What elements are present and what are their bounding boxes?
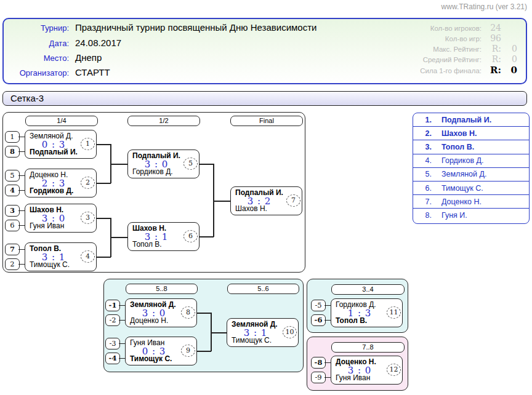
info-row-date: Дата: 24.08.2017 — [10, 38, 121, 48]
stat-final-strength: Сила 1-го финала: R: 0 — [420, 65, 517, 75]
tournament-place: Днепр — [75, 52, 102, 63]
stat-label: Макс. Рейтинг: — [433, 46, 482, 53]
standings-position: 5. — [413, 170, 432, 178]
player-name: Тимощук С. — [30, 261, 70, 269]
round-header-7-8: 7..8 — [331, 342, 405, 353]
field-label: Дата: — [10, 39, 69, 48]
bracket-connector — [197, 313, 211, 314]
stat-avg-rating: Средний Рейтинг: R: 0 — [420, 54, 517, 65]
stat-value: 24 — [482, 23, 501, 33]
standings-position: 1. — [413, 116, 432, 124]
standings-position: 7. — [413, 198, 432, 206]
match-number-badge: 3 — [81, 212, 95, 224]
standings-player-link[interactable]: Топол В. — [441, 143, 474, 151]
tournament-info-box: Турнир: Праздничный турнир посвященный Д… — [2, 18, 527, 84]
standings-row: 3. Топол В. — [413, 140, 529, 154]
match-7-final: Подпалый И. 3 : 2 Шахов Н. 7 — [230, 186, 302, 215]
seed-badge: -9 — [311, 372, 326, 383]
match-1: Земляной Д. 0 : 3 Подпалый И. 1 — [25, 130, 97, 159]
bracket-connector — [110, 164, 127, 165]
seed-badge: 5 — [5, 170, 20, 182]
seed-badge: -2 — [105, 314, 120, 326]
standings-row: 7. Доценко Н. — [413, 195, 529, 209]
stat-extra: 0 — [501, 65, 517, 76]
match-number-badge: 5 — [183, 158, 198, 170]
seed-badge: -3 — [105, 338, 120, 349]
match-4: Топол В. 3 : 1 Тимощук С. 4 — [25, 242, 97, 271]
field-label: Организатор: — [10, 68, 69, 78]
site-version-text: www.TRating.ru (ver 3.21) — [441, 2, 527, 11]
seed-badge: -8 — [311, 357, 326, 369]
player-name: Тимощук С. — [130, 355, 172, 363]
tournament-name: Праздничный турнир посвященный Дню Незав… — [75, 22, 316, 33]
seed-badge: 6 — [5, 220, 20, 231]
field-label: Место: — [10, 54, 69, 63]
tournament-stats: Кол-во игроков: 24 Кол-во игр: 96 Макс. … — [420, 23, 517, 75]
stat-extra: 0 — [501, 44, 517, 54]
standings-player-link[interactable]: Гуня И. — [441, 211, 467, 220]
seed-badge: 7 — [5, 244, 20, 255]
info-row-place: Место: Днепр — [10, 52, 102, 63]
bracket-connector — [211, 332, 227, 333]
seed-badge: 2 — [5, 258, 20, 270]
match-8: Земляной Д. 3 : 0 Доценко Н. 8 — [125, 298, 197, 327]
seed-badge: -5 — [311, 300, 326, 311]
stat-label: Кол-во игроков: — [430, 25, 482, 32]
match-5: Подпалый И. 3 : 0 Гордиков Д. 5 — [127, 150, 200, 178]
match-number-badge: 2 — [81, 177, 95, 189]
player-name: Гордиков Д. — [132, 168, 173, 176]
match-2: Доценко Н. 2 : 3 Гордиков Д. 2 — [25, 169, 97, 198]
standings-player-link[interactable]: Земляной Д. — [441, 170, 486, 178]
bracket-connector — [97, 218, 111, 219]
stat-value: 96 — [482, 33, 501, 43]
bracket-connector — [97, 144, 111, 145]
standings-position: 4. — [413, 156, 432, 165]
standings-position: 2. — [413, 129, 432, 138]
final-standings-list: 1. Подпалый И. 2. Шахов Н. 3. Топол В. 4… — [413, 113, 530, 224]
stat-label: Кол-во игр: — [445, 35, 482, 42]
standings-player-link[interactable]: Подпалый И. — [441, 116, 491, 124]
tournament-date: 24.08.2017 — [75, 38, 121, 48]
info-row-organizer: Организатор: СТАРТТ — [10, 67, 110, 78]
field-label: Турнир: — [10, 23, 69, 33]
match-number-badge: 11 — [387, 306, 401, 319]
standings-row: 1. Подпалый И. — [413, 113, 529, 127]
stat-value: R: — [482, 65, 501, 76]
match-number-badge: 4 — [81, 250, 95, 263]
match-number-badge: 8 — [181, 306, 195, 319]
bracket-connector — [199, 164, 214, 165]
standings-row: 8. Гуня И. — [413, 209, 529, 222]
standings-player-link[interactable]: Тимощук С. — [441, 184, 483, 193]
seed-badge: -4 — [105, 353, 120, 364]
round-header-3-4: 3..4 — [331, 284, 405, 295]
section-title: Сетка-3 — [10, 93, 44, 103]
player-name: Топол В. — [132, 241, 162, 249]
stat-value: R: — [482, 54, 501, 64]
player-name: Тимощук С. — [232, 337, 272, 345]
page: www.TRating.ru (ver 3.21) Турнир: Праздн… — [0, 0, 532, 395]
standings-player-link[interactable]: Шахов Н. — [441, 129, 477, 138]
standings-position: 8. — [413, 211, 432, 220]
stat-extra: 0 — [501, 54, 517, 64]
player-name: Подпалый И. — [30, 148, 78, 156]
standings-player-link[interactable]: Доценко Н. — [441, 198, 482, 206]
player-name: Шахов Н. — [235, 205, 267, 213]
player-name: Гуня Иван — [336, 374, 370, 382]
round-header-5-8: 5..8 — [126, 284, 198, 294]
round-header-semifinal: 1/2 — [127, 116, 200, 126]
player-name: Топол В. — [336, 317, 367, 325]
stat-players: Кол-во игроков: 24 — [420, 23, 517, 33]
standings-player-link[interactable]: Гордиков Д. — [441, 156, 483, 165]
match-3: Шахов Н. 3 : 0 Гуня Иван 3 — [25, 204, 97, 233]
stat-label: Средний Рейтинг: — [423, 56, 482, 63]
match-10: Земляной Д. 3 : 1 Тимощук С. 10 — [227, 318, 299, 347]
player-name: Гуня Иван — [30, 222, 64, 230]
standings-position: 6. — [413, 184, 432, 193]
standings-position: 3. — [413, 143, 432, 151]
info-row-tournament: Турнир: Праздничный турнир посвященный Д… — [10, 22, 316, 33]
player-name: Доценко Н. — [130, 317, 168, 325]
match-number-badge: 1 — [81, 138, 95, 150]
match-number-badge: 7 — [286, 194, 300, 207]
seed-badge: 4 — [5, 185, 20, 196]
bracket-connector — [199, 236, 214, 237]
